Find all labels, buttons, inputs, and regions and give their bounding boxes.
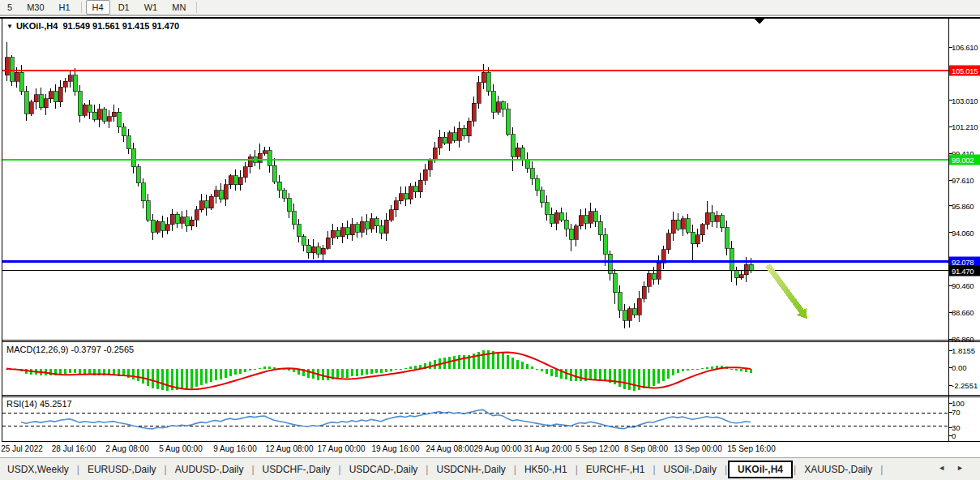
candle-bearish <box>117 112 121 126</box>
symbol-tab-hk50[interactable]: HK50-,H1 <box>517 461 575 478</box>
candle-bearish <box>345 228 349 235</box>
down-arrow-annotation[interactable] <box>768 265 807 319</box>
candle-bullish <box>496 102 500 113</box>
macd-histogram-bar <box>667 369 670 379</box>
tab-scroll-left-icon[interactable]: ◄ <box>938 464 956 472</box>
time-tick-label: 19 Aug 16:00 <box>372 444 420 453</box>
macd-histogram-bar <box>628 369 631 390</box>
candle-bullish <box>637 298 641 315</box>
candle-bearish <box>19 72 24 92</box>
candle-bearish <box>676 220 680 229</box>
candle-bullish <box>705 212 709 225</box>
symbol-tab-audusd[interactable]: AUDUSD-,Daily <box>168 461 251 478</box>
symbol-tabbar: USDX,Weekly|EURUSD-,Daily|AUDUSD-,Daily|… <box>0 457 980 480</box>
tab-scroll-right-icon[interactable]: ► <box>956 464 975 472</box>
symbol-tab-usdx[interactable]: USDX,Weekly <box>0 461 76 478</box>
time-tick-label: 28 Jul 16:00 <box>52 444 96 453</box>
macd-histogram-bar <box>161 369 164 391</box>
candle-bullish <box>481 72 486 83</box>
symbol-tab-xauusd[interactable]: XAUUSD-,Daily <box>797 461 879 478</box>
time-axis[interactable]: 25 Jul 202228 Jul 16:002 Aug 08:005 Aug … <box>0 442 980 457</box>
price-tick-label: 103.010 <box>952 96 980 105</box>
candle-bearish <box>282 191 286 198</box>
macd-histogram-bar <box>268 366 271 369</box>
candle-bearish <box>126 136 131 149</box>
macd-histogram-bar <box>49 369 52 375</box>
chart-title: ▼UKOil-,H4 91.549 91.561 91.415 91.470 <box>6 21 179 31</box>
candle-bearish <box>520 148 524 160</box>
macd-histogram-bar <box>662 369 665 382</box>
candle-bearish <box>564 220 568 229</box>
rsi-axis-label: 70 <box>952 408 961 417</box>
macd-histogram-bar <box>361 369 363 375</box>
candle-bullish <box>666 234 670 250</box>
macd-histogram-bar <box>210 369 212 383</box>
candle-bearish <box>277 182 281 191</box>
time-tick-label: 8 Sep 08:00 <box>624 444 668 453</box>
macd-histogram-bar <box>390 369 392 372</box>
macd-histogram-bar <box>477 352 480 368</box>
candle-bullish <box>229 176 233 185</box>
symbol-tab-eurchf[interactable]: EURCHF-,H1 <box>579 461 653 478</box>
candle-bearish <box>540 191 544 203</box>
candle-bearish <box>603 235 607 255</box>
time-tick-label: 13 Sep 00:00 <box>674 444 722 453</box>
candle-bearish <box>413 186 417 192</box>
chart-shift-marker-icon <box>755 19 764 24</box>
chart-collapse-icon[interactable]: ▼ <box>6 23 13 30</box>
macd-axis-label: 1.8155 <box>952 346 975 355</box>
candle-bullish <box>516 148 520 156</box>
macd-histogram-bar <box>507 355 509 369</box>
symbol-tab-usdcad[interactable]: USDCAD-,Daily <box>342 461 426 478</box>
macd-histogram-bar <box>181 369 183 389</box>
symbol-tab-eurusd[interactable]: EURUSD-,Daily <box>80 461 164 478</box>
macd-histogram-bar <box>79 369 81 375</box>
candle-bearish <box>525 160 529 169</box>
macd-histogram-bar <box>195 369 198 387</box>
macd-histogram-bar <box>409 366 412 368</box>
candle-bullish <box>579 216 583 226</box>
macd-histogram-bar <box>137 369 139 382</box>
macd-histogram-bar <box>273 367 276 369</box>
candle-bullish <box>97 109 101 120</box>
candle-bearish <box>151 220 155 232</box>
candle-bearish <box>749 264 753 271</box>
candle-bullish <box>477 83 481 104</box>
candle-bullish <box>700 225 704 235</box>
macd-histogram-bar <box>463 355 465 368</box>
candle-bearish <box>491 92 495 113</box>
candle-bullish <box>195 210 199 221</box>
macd-histogram-bar <box>536 369 538 370</box>
macd-histogram-bar <box>696 369 699 370</box>
chart-canvas[interactable] <box>0 0 980 480</box>
candle-bullish <box>409 186 413 199</box>
candle-bearish <box>316 246 320 254</box>
price-tick-label: 95.860 <box>952 201 980 210</box>
candle-bearish <box>452 133 456 140</box>
candle-bearish <box>122 127 126 136</box>
candle-bullish <box>399 194 403 201</box>
candle-bearish <box>78 92 82 115</box>
candle-bearish <box>462 128 466 135</box>
macd-histogram-bar <box>83 369 86 375</box>
macd-histogram-bar <box>487 350 490 369</box>
price-tick-label: 101.210 <box>952 122 980 131</box>
symbol-tab-usoil[interactable]: USOil-,Daily <box>657 461 724 478</box>
price-tick-label: 97.610 <box>952 176 980 185</box>
macd-histogram-bar <box>482 350 485 369</box>
candle-bearish <box>302 237 306 246</box>
candle-bearish <box>593 212 597 222</box>
candle-bullish <box>258 153 262 162</box>
macd-histogram-bar <box>351 369 353 377</box>
macd-histogram-bar <box>575 369 577 382</box>
macd-axis-label: 0.00 <box>952 363 967 372</box>
symbol-tab-usdcnh[interactable]: USDCNH-,Daily <box>429 461 512 478</box>
macd-histogram-bar <box>356 369 358 376</box>
symbol-tab-ukoil[interactable]: UKOil-,H4 <box>728 461 793 478</box>
candle-bullish <box>209 196 213 208</box>
candle-bearish <box>355 225 359 232</box>
macd-histogram-bar <box>152 369 154 388</box>
candle-bullish <box>29 102 33 114</box>
symbol-tab-usdchf[interactable]: USDCHF-,Daily <box>255 461 338 478</box>
candle-bullish <box>83 105 87 115</box>
